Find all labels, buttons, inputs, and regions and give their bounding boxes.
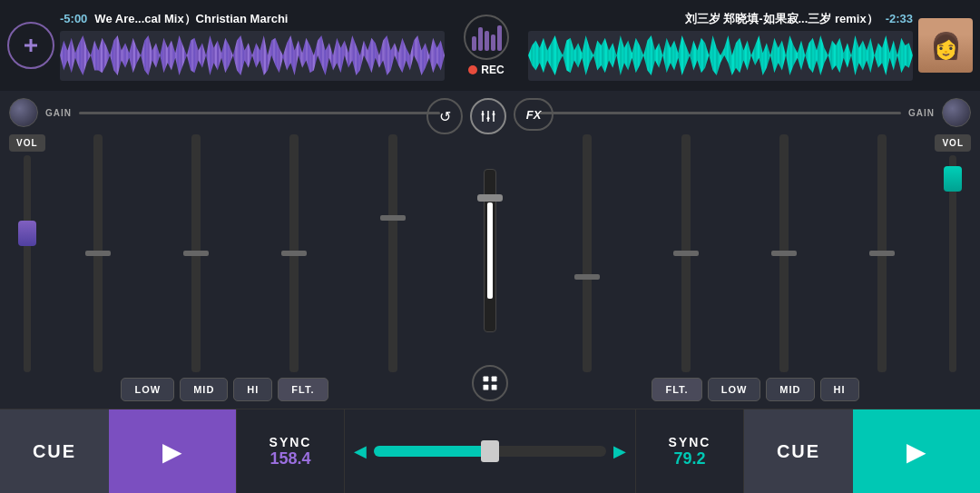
left-gain-knob[interactable] bbox=[9, 98, 38, 127]
left-low-button[interactable]: LOW bbox=[121, 378, 174, 401]
left-eq-faders bbox=[51, 134, 440, 372]
right-eq-thumb-3[interactable] bbox=[771, 251, 797, 256]
right-track-meta: 刘三岁 郑晓填-如果寂...三岁 remix） -2:33 bbox=[528, 11, 913, 27]
center-logo-rec: REC bbox=[450, 15, 523, 76]
app-logo bbox=[464, 15, 509, 60]
svg-rect-11 bbox=[484, 377, 489, 382]
left-eq-col-3 bbox=[247, 134, 341, 372]
left-cue-button[interactable]: CUE bbox=[0, 409, 109, 493]
left-sync-label: SYNC bbox=[270, 435, 312, 449]
svg-rect-8 bbox=[493, 115, 495, 123]
left-play-icon: ▶ bbox=[162, 437, 182, 467]
left-eq-track-3[interactable] bbox=[289, 134, 299, 372]
left-eq-thumb-4[interactable] bbox=[380, 215, 406, 221]
loop-button[interactable]: ↺ bbox=[426, 98, 463, 134]
left-sync-block: SYNC 158.4 bbox=[236, 409, 345, 493]
left-mid-button[interactable]: MID bbox=[180, 378, 228, 401]
vertical-crossfader-area bbox=[449, 143, 531, 358]
right-vol-thumb[interactable] bbox=[944, 166, 962, 192]
right-eq-track-3[interactable] bbox=[779, 134, 789, 372]
left-vol-fader: VOL bbox=[9, 134, 45, 372]
left-eq-col-2 bbox=[149, 134, 243, 372]
rec-dot bbox=[468, 65, 477, 74]
crossfader-arrow-left: ◀ bbox=[354, 441, 367, 461]
crossfader-h-area: ◀ ▶ bbox=[345, 409, 635, 493]
left-eq-col-1 bbox=[51, 134, 145, 372]
left-eq-thumb-2[interactable] bbox=[183, 251, 209, 256]
left-eq-thumb-3[interactable] bbox=[281, 251, 307, 256]
svg-rect-5 bbox=[487, 111, 489, 118]
right-eq-col-4 bbox=[835, 134, 929, 372]
right-eq-faders bbox=[540, 134, 929, 372]
crossfader-h-track[interactable] bbox=[374, 446, 606, 457]
right-play-icon: ▶ bbox=[906, 437, 926, 467]
left-eq-track-1[interactable] bbox=[93, 134, 103, 372]
svg-rect-13 bbox=[484, 385, 489, 390]
right-flt-button[interactable]: FLT. bbox=[652, 378, 701, 401]
right-low-button[interactable]: LOW bbox=[708, 378, 761, 401]
svg-point-10 bbox=[493, 113, 495, 115]
right-eq-track-2[interactable] bbox=[681, 134, 691, 372]
left-gain-label: GAIN bbox=[45, 108, 72, 118]
right-vol-track[interactable] bbox=[949, 155, 956, 372]
right-play-button[interactable]: ▶ bbox=[853, 409, 980, 493]
right-deck: GAIN bbox=[531, 91, 980, 409]
logo-bars bbox=[472, 24, 502, 51]
left-gain-row: GAIN bbox=[9, 98, 440, 127]
right-eq-col-1 bbox=[540, 134, 634, 372]
right-waveform[interactable] bbox=[528, 31, 913, 81]
right-eq-buttons: FLT. LOW MID HI bbox=[540, 378, 971, 401]
right-track-info: 刘三岁 郑晓填-如果寂...三岁 remix） -2:33 bbox=[528, 11, 913, 81]
vertical-crossfader-thumb[interactable] bbox=[477, 194, 503, 202]
vertical-crossfader[interactable] bbox=[484, 169, 496, 332]
right-cue-button[interactable]: CUE bbox=[744, 409, 853, 493]
left-bpm: 158.4 bbox=[270, 449, 310, 468]
right-gain-slider[interactable] bbox=[540, 112, 901, 114]
right-faders-area: VOL bbox=[540, 134, 971, 372]
rec-button[interactable]: REC bbox=[468, 64, 504, 76]
right-track-name: 刘三岁 郑晓填-如果寂...三岁 remix） bbox=[685, 11, 878, 27]
logo-bar-1 bbox=[472, 36, 476, 51]
left-track-name: We Are...cal Mix）Christian Marchi bbox=[94, 11, 288, 27]
svg-rect-14 bbox=[492, 385, 497, 390]
svg-rect-2 bbox=[482, 115, 484, 123]
right-vol-fader: VOL bbox=[935, 134, 971, 372]
right-hi-button[interactable]: HI bbox=[820, 378, 859, 401]
crossfader-h-thumb[interactable] bbox=[481, 440, 499, 462]
left-play-button[interactable]: ▶ bbox=[109, 409, 236, 493]
right-vol-button[interactable]: VOL bbox=[935, 134, 971, 152]
logo-bar-4 bbox=[491, 35, 495, 51]
right-sync-label: SYNC bbox=[669, 435, 711, 449]
right-eq-track-1[interactable] bbox=[583, 134, 592, 372]
right-eq-track-4[interactable] bbox=[877, 134, 887, 372]
left-flt-button[interactable]: FLT. bbox=[278, 378, 328, 401]
right-eq-thumb-4[interactable] bbox=[869, 251, 895, 256]
left-eq-track-4[interactable] bbox=[388, 134, 397, 372]
left-gain-slider[interactable] bbox=[79, 112, 440, 114]
right-eq-thumb-1[interactable] bbox=[574, 274, 600, 280]
svg-point-7 bbox=[487, 117, 490, 120]
add-track-button[interactable] bbox=[7, 22, 54, 69]
left-eq-track-2[interactable] bbox=[191, 134, 201, 372]
right-mid-button[interactable]: MID bbox=[766, 378, 814, 401]
right-gain-knob[interactable] bbox=[942, 98, 971, 127]
left-faders-area: VOL bbox=[9, 134, 440, 372]
crossfader-fill-left bbox=[374, 446, 495, 457]
left-vol-thumb[interactable] bbox=[18, 221, 36, 246]
eq-mixer-button[interactable] bbox=[470, 98, 506, 134]
left-hi-button[interactable]: HI bbox=[233, 378, 272, 401]
mixer-section: GAIN VOL bbox=[0, 91, 980, 409]
left-waveform[interactable] bbox=[60, 31, 445, 81]
left-eq-col-4 bbox=[346, 134, 440, 372]
right-eq-thumb-2[interactable] bbox=[673, 251, 699, 256]
right-track-time: -2:33 bbox=[886, 12, 913, 25]
grid-button[interactable] bbox=[472, 365, 508, 401]
left-vol-button[interactable]: VOL bbox=[9, 134, 45, 152]
avatar: 👩 bbox=[918, 18, 973, 73]
left-vol-track[interactable] bbox=[24, 155, 31, 372]
left-deck: GAIN VOL bbox=[0, 91, 449, 409]
right-bpm: 79.2 bbox=[673, 449, 705, 468]
left-track-time: -5:00 bbox=[60, 12, 87, 25]
left-eq-thumb-1[interactable] bbox=[85, 251, 111, 256]
right-waveform-inner bbox=[528, 31, 913, 81]
